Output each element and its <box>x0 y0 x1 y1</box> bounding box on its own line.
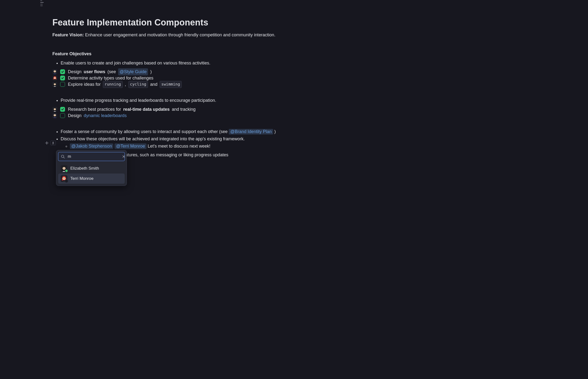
assignee-name: Terri Monroe <box>70 176 93 182</box>
avatar-icon <box>61 165 67 172</box>
task-label: Determine activity types used for challe… <box>68 75 153 81</box>
code-cycling: cycling <box>128 81 148 88</box>
link-dynamic-leaderboards[interactable]: dynamic leaderboards <box>84 112 127 119</box>
nested-discuss-item: @Jakob Stephenson @Terri Monroe Let's me… <box>70 143 319 149</box>
add-block-handle[interactable] <box>45 141 49 145</box>
assignee-search-input[interactable] <box>67 154 119 159</box>
vision-label: Feature Vision: <box>52 32 84 37</box>
avatar-icon <box>61 175 67 182</box>
task-design-user-flows[interactable]: Design user flows (see @Style Guide ) <box>52 69 319 75</box>
task-research-realtime[interactable]: Research best practices for real-time da… <box>52 106 319 112</box>
objective-3-bullet-2: Discuss how these objectives will be ach… <box>61 136 319 149</box>
code-running: running <box>103 81 122 88</box>
status-online-icon <box>65 169 68 173</box>
checkbox-icon[interactable] <box>60 69 65 74</box>
task-label: Explore ideas for running , cycling and … <box>68 81 182 88</box>
vision-text: Enhance user engagement and motivation t… <box>84 32 275 37</box>
task-label: Design dynamic leaderboards <box>68 112 127 119</box>
objectives-heading: Feature Objectives <box>52 51 319 57</box>
assign-handle[interactable] <box>50 141 56 145</box>
assignee-option-terri[interactable]: Terri Monroe <box>58 174 125 184</box>
status-offline-icon <box>65 179 68 183</box>
assignee-popup: Elizabeth Smith Terri Monroe <box>56 150 127 186</box>
mention-jakob[interactable]: @Jakob Stephenson <box>70 143 113 149</box>
search-icon <box>61 155 65 158</box>
outline-toggle-icon[interactable] <box>40 0 44 7</box>
mention-brand-identity-plan[interactable]: @Brand Identity Plan <box>229 129 273 134</box>
task-design-leaderboards[interactable]: Design dynamic leaderboards <box>52 112 319 119</box>
checkbox-icon[interactable] <box>60 113 65 118</box>
code-swimming: swimming <box>160 81 182 88</box>
mention-terri[interactable]: @Terri Monroe <box>115 143 146 149</box>
objective-3-bullet: Foster a sense of community by allowing … <box>61 128 319 135</box>
feature-vision-line: Feature Vision: Enhance user engagement … <box>52 32 319 38</box>
objective-1-bullet: Enable users to create and join challeng… <box>61 60 319 66</box>
avatar-assignee-icon[interactable] <box>52 76 57 80</box>
svg-point-12 <box>53 142 54 143</box>
checkbox-icon[interactable] <box>60 82 65 87</box>
mention-style-guide[interactable]: @Style Guide <box>118 68 148 75</box>
checkbox-icon[interactable] <box>60 76 65 80</box>
avatar-assignee-icon[interactable] <box>52 82 57 87</box>
assignee-search[interactable] <box>58 152 125 161</box>
objective-2-bullet: Provide real-time progress tracking and … <box>61 97 319 103</box>
avatar-assignee-icon[interactable] <box>52 69 57 74</box>
avatar-assignee-icon[interactable] <box>52 113 57 118</box>
assignee-name: Elizabeth Smith <box>70 166 99 172</box>
page-title: Feature Implementation Components <box>52 16 319 29</box>
task-determine-activity-types[interactable]: Determine activity types used for challe… <box>52 75 319 81</box>
task-label: Research best practices for real-time da… <box>68 106 196 112</box>
clear-search-icon[interactable] <box>122 155 125 158</box>
assignee-option-elizabeth[interactable]: Elizabeth Smith <box>58 163 125 174</box>
avatar-assignee-icon[interactable] <box>52 107 57 112</box>
checkbox-icon[interactable] <box>60 107 65 112</box>
task-label: Design user flows (see @Style Guide ) <box>68 68 151 75</box>
task-explore-ideas[interactable]: Explore ideas for running , cycling and … <box>52 81 319 87</box>
